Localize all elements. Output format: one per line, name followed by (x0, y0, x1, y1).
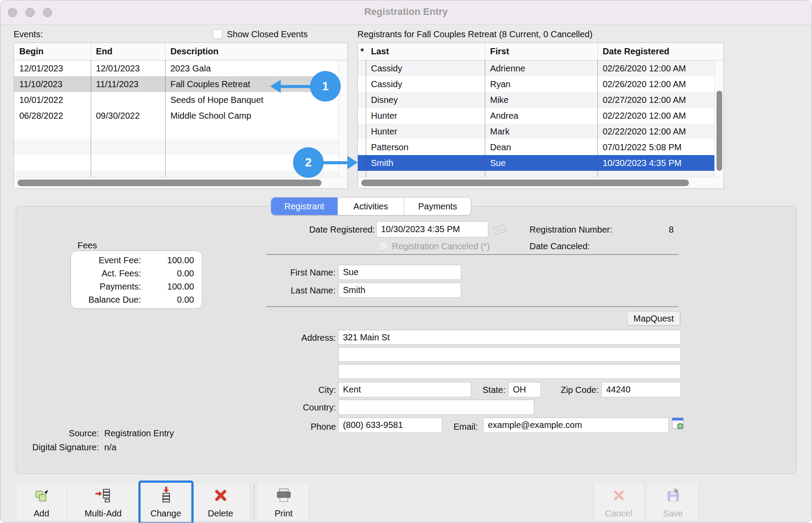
state-input[interactable]: OH (508, 382, 541, 397)
address-line1-input[interactable]: 321 Main St (338, 330, 681, 345)
registrant-flag (358, 108, 366, 124)
balance-due-value: 0.00 (141, 293, 202, 306)
registrant-row[interactable]: Cassidy Adrienne 02/26/2020 12:00 AM (358, 60, 714, 76)
first-name-label: First Name: (246, 267, 335, 278)
registrant-flag (358, 155, 366, 171)
mapquest-button[interactable]: MapQuest (627, 311, 680, 325)
event-end: 11/11/2023 (91, 76, 165, 92)
registrant-row[interactable]: Cassidy Ryan 02/26/2020 12:00 AM (358, 76, 714, 92)
event-row[interactable]: 10/01/2022 Seeds of Hope Banquet (14, 92, 338, 108)
delete-button[interactable]: Delete (191, 483, 250, 522)
address-line2-input[interactable] (338, 347, 681, 362)
print-label: Print (275, 509, 293, 519)
save-icon (666, 487, 681, 504)
event-fee-label: Event Fee: (71, 254, 141, 267)
registrant-first: Ryan (485, 76, 597, 92)
city-input[interactable]: Kent (338, 382, 471, 397)
registrants-table-body: Cassidy Adrienne 02/26/2020 12:00 AM Cas… (358, 60, 714, 177)
annotation-arrow-right (347, 156, 358, 169)
registrants-header: Registrants for Fall Couples Retreat (8 … (357, 28, 593, 40)
events-table-body: 12/01/2023 12/01/2023 2023 Gala 11/10/20… (14, 60, 338, 177)
scrollbar-thumb[interactable] (18, 180, 321, 186)
event-row[interactable]: 06/28/2022 09/30/2022 Middle School Camp (14, 108, 338, 124)
phone-input[interactable]: (800) 633-9581 (338, 417, 442, 433)
registrant-flag (358, 139, 366, 155)
phone-label: Phone (284, 421, 336, 432)
cancel-label: Cancel (605, 509, 632, 519)
events-col-description[interactable]: Description (165, 43, 338, 60)
add-button[interactable]: Add (16, 483, 67, 522)
delete-icon (213, 487, 228, 504)
events-vertical-scrollbar[interactable] (338, 60, 347, 177)
header-separator (165, 43, 166, 60)
registrant-date: 02/22/2020 12:00 AM (597, 124, 714, 139)
state-label: State: (473, 384, 505, 396)
fees-box: Event Fee:100.00 Act. Fees:0.00 Payments… (71, 251, 202, 309)
registrants-col-first[interactable]: First (485, 43, 597, 60)
date-stamp-icon[interactable] (492, 223, 508, 238)
registrants-col-flag[interactable]: * (358, 43, 366, 60)
registrant-date: 07/01/2022 5:08 PM (597, 139, 714, 155)
save-button[interactable]: Save (647, 483, 699, 522)
column-divider (485, 60, 485, 177)
event-row-selected[interactable]: 11/10/2023 11/11/2023 Fall Couples Retre… (14, 76, 338, 92)
digital-signature-label: Digital Signature: (17, 442, 99, 453)
event-row-empty (14, 155, 338, 171)
registrant-row[interactable]: Hunter Andrea 02/22/2020 12:00 AM (358, 108, 714, 124)
event-description: Middle School Camp (165, 108, 338, 124)
country-input[interactable] (338, 399, 534, 415)
registrant-row-selected[interactable]: Smith Sue 10/30/2023 4:35 PM (358, 155, 714, 171)
toolbar-separator (254, 483, 254, 522)
print-button[interactable]: Print (258, 483, 310, 522)
section-divider (266, 254, 678, 255)
show-closed-events-checkbox[interactable] (213, 29, 222, 39)
registration-number-label: Registration Number: (530, 224, 612, 235)
event-end: 09/30/2022 (91, 108, 165, 124)
scrollbar-thumb[interactable] (717, 91, 722, 171)
registrants-vertical-scrollbar[interactable] (714, 60, 724, 177)
events-horizontal-scrollbar[interactable] (14, 177, 347, 188)
header-separator (597, 43, 598, 60)
open-browser-icon[interactable] (672, 416, 684, 432)
registrant-first: Mike (485, 92, 597, 108)
events-col-end[interactable]: End (91, 43, 165, 60)
events-col-begin[interactable]: Begin (14, 43, 91, 60)
scrollbar-thumb[interactable] (361, 180, 689, 186)
registration-canceled-checkbox[interactable] (379, 241, 388, 250)
event-row-empty (14, 139, 338, 155)
registrants-table: * Last First Date Registered Cassidy Adr… (357, 42, 724, 189)
zip-code-input[interactable]: 44240 (601, 382, 681, 397)
annotation-arrow-left (270, 80, 281, 93)
column-divider (597, 60, 598, 177)
registrant-last: Patterson (366, 139, 485, 155)
address-line3-input[interactable] (338, 364, 681, 379)
last-name-input[interactable]: Smith (338, 283, 461, 298)
header-separator (485, 43, 485, 60)
registrants-col-last[interactable]: Last (366, 43, 485, 60)
multi-add-label: Multi-Add (85, 509, 121, 519)
cancel-button[interactable]: Cancel (593, 483, 644, 522)
registrant-flag (358, 60, 366, 76)
tab-payments[interactable]: Payments (404, 198, 471, 215)
tab-registrant[interactable]: Registrant (271, 198, 338, 215)
zip-code-label: Zip Code: (547, 384, 599, 396)
event-row[interactable]: 12/01/2023 12/01/2023 2023 Gala (14, 60, 338, 76)
first-name-input[interactable]: Sue (338, 265, 461, 280)
email-label: Email: (446, 421, 478, 432)
event-end (91, 92, 165, 108)
show-closed-events-label: Show Closed Events (227, 28, 308, 40)
registrant-row[interactable]: Hunter Mark 02/22/2020 12:00 AM (358, 124, 714, 139)
registrants-horizontal-scrollbar[interactable] (358, 177, 724, 188)
cancel-icon (611, 487, 626, 504)
registration-number-value: 8 (635, 224, 674, 235)
registrants-col-date[interactable]: Date Registered (597, 43, 715, 60)
registrant-row[interactable]: Patterson Dean 07/01/2022 5:08 PM (358, 139, 714, 155)
date-registered-input[interactable]: 10/30/2023 4:35 PM (376, 221, 488, 237)
multi-add-button[interactable]: Multi-Add (67, 483, 140, 522)
act-fees-value: 0.00 (141, 267, 202, 280)
events-table-header: Begin End Description (14, 43, 347, 60)
registrant-row[interactable]: Disney Mike 02/27/2020 12:00 AM (358, 92, 714, 108)
tab-activities[interactable]: Activities (338, 198, 404, 215)
email-input[interactable]: example@example.com (483, 417, 669, 433)
registrant-first: Dean (485, 139, 597, 155)
